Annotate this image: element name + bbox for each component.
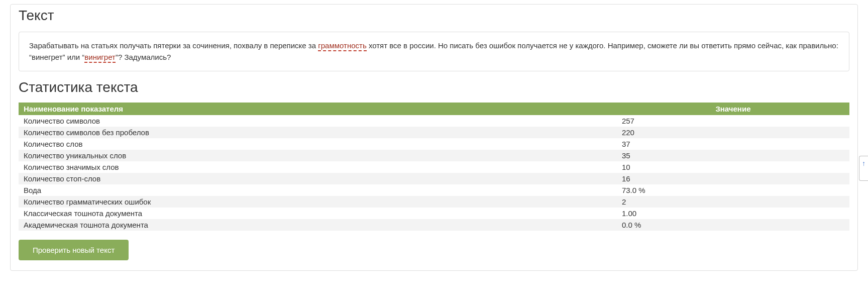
table-row: Количество символов257: [19, 115, 849, 127]
stat-value-cell: 16: [617, 173, 849, 184]
table-row: Количество уникальных слов35: [19, 150, 849, 161]
stat-name-cell: Академическая тошнота документа: [19, 219, 617, 231]
stat-name-cell: Количество стоп-слов: [19, 173, 617, 184]
analyzed-text-box: Зарабатывать на статьях получать пятерки…: [19, 32, 849, 71]
text-fragment: ”? Задумались?: [116, 53, 171, 61]
spell-error-word[interactable]: граммотность: [318, 41, 366, 51]
stats-table-header-row: Наименование показателя Значение: [19, 103, 849, 115]
spell-error-word[interactable]: винигрет: [84, 53, 116, 63]
stats-header-name: Наименование показателя: [19, 103, 617, 115]
main-panel: Текст Зарабатывать на статьях получать п…: [10, 4, 858, 271]
check-new-text-button[interactable]: Проверить новый текст: [19, 240, 129, 260]
stat-name-cell: Количество значимых слов: [19, 161, 617, 173]
stat-value-cell: 220: [617, 127, 849, 138]
table-row: Академическая тошнота документа0.0 %: [19, 219, 849, 231]
stat-value-cell: 257: [617, 115, 849, 127]
table-row: Вода73.0 %: [19, 184, 849, 196]
stat-name-cell: Количество символов: [19, 115, 617, 127]
scroll-top-tab[interactable]: ↑: [859, 156, 868, 181]
stat-name-cell: Количество слов: [19, 138, 617, 150]
stat-value-cell: 37: [617, 138, 849, 150]
text-fragment: Зарабатывать на статьях получать пятерки…: [29, 41, 318, 50]
stat-value-cell: 1.00: [617, 208, 849, 219]
stat-value-cell: 0.0 %: [617, 219, 849, 231]
stat-value-cell: 73.0 %: [617, 184, 849, 196]
stats-header-value: Значение: [617, 103, 849, 115]
table-row: Количество слов37: [19, 138, 849, 150]
table-row: Количество стоп-слов16: [19, 173, 849, 184]
text-section-heading: Текст: [19, 8, 849, 24]
table-row: Количество символов без пробелов220: [19, 127, 849, 138]
stats-section-heading: Статистика текста: [19, 79, 849, 95]
stat-value-cell: 2: [617, 196, 849, 208]
stat-name-cell: Количество грамматических ошибок: [19, 196, 617, 208]
stat-name-cell: Количество уникальных слов: [19, 150, 617, 161]
stat-value-cell: 10: [617, 161, 849, 173]
table-row: Классическая тошнота документа1.00: [19, 208, 849, 219]
stat-name-cell: Вода: [19, 184, 617, 196]
arrow-up-icon: ↑: [862, 159, 865, 167]
stats-table: Наименование показателя Значение Количес…: [19, 103, 849, 231]
stat-name-cell: Количество символов без пробелов: [19, 127, 617, 138]
stat-value-cell: 35: [617, 150, 849, 161]
stat-name-cell: Классическая тошнота документа: [19, 208, 617, 219]
table-row: Количество грамматических ошибок2: [19, 196, 849, 208]
table-row: Количество значимых слов10: [19, 161, 849, 173]
